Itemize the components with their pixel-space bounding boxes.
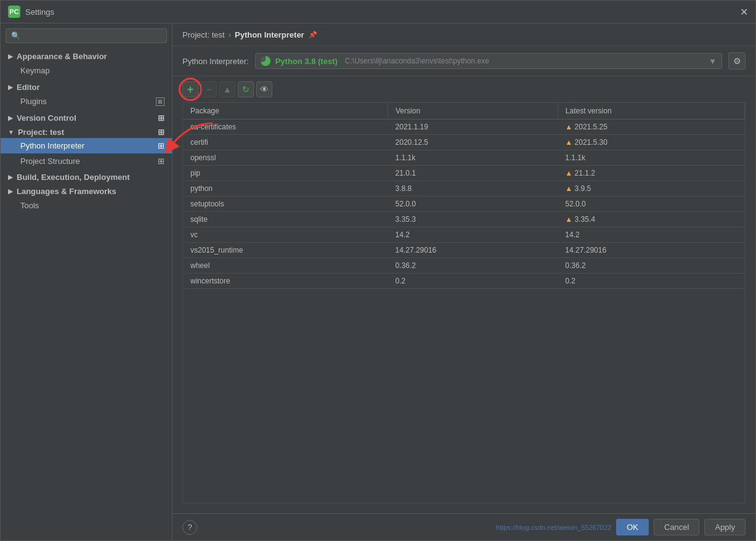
- add-button-wrapper: +: [182, 81, 198, 97]
- pin-icon: 📌: [308, 30, 318, 39]
- table-row[interactable]: ca-certificates2021.1.19▲ 2021.5.25: [183, 120, 745, 135]
- package-name: vs2015_runtime: [183, 243, 388, 258]
- interpreter-path: C:\Users\llj\anaconda3\envs\test\python.…: [345, 57, 489, 65]
- title-bar-left: PC Settings: [8, 6, 54, 18]
- close-button[interactable]: ✕: [740, 6, 748, 18]
- package-latest-version: 52.0.0: [558, 197, 744, 212]
- sidebar-item-appearance-label: Appearance & Behavior: [17, 52, 107, 61]
- table-row[interactable]: pip21.0.1▲ 21.1.2: [183, 166, 745, 181]
- package-version: 52.0.0: [388, 197, 558, 212]
- sidebar-item-version-control[interactable]: ▶ Version Control ⊞: [1, 110, 172, 124]
- sidebar-item-build-label: Build, Execution, Deployment: [17, 173, 129, 182]
- package-latest-version: 0.2: [558, 274, 744, 289]
- sidebar-item-plugins-label: Plugins: [20, 97, 47, 106]
- package-version: 14.27.29016: [388, 243, 558, 258]
- up-button[interactable]: ▲: [219, 81, 235, 97]
- settings-window: PC Settings ✕ 🔍 ▶ Appearance & Behavior …: [0, 0, 756, 541]
- remove-package-button[interactable]: −: [201, 81, 217, 97]
- package-name: setuptools: [183, 197, 388, 212]
- project-icon: ⊞: [158, 128, 165, 137]
- sidebar-item-tools-label: Tools: [20, 201, 39, 210]
- sidebar-project-structure-label: Project Structure: [20, 157, 80, 166]
- sidebar-item-python-interpreter[interactable]: Python Interpreter ⊞: [1, 138, 172, 153]
- upgrade-arrow-icon: ▲: [565, 123, 572, 131]
- package-name: sqlite: [183, 212, 388, 227]
- interpreter-label: Python Interpreter:: [182, 57, 249, 66]
- column-package: Package: [183, 103, 388, 120]
- app-icon: PC: [8, 6, 20, 18]
- table-row[interactable]: python3.8.8▲ 3.9.5: [183, 181, 745, 197]
- packages-list: Package Version Latest version ca-certif…: [183, 103, 745, 289]
- sidebar-item-keymap-label: Keymap: [20, 66, 50, 75]
- sidebar: 🔍 ▶ Appearance & Behavior Keymap ▶ Edito…: [1, 23, 173, 540]
- package-latest-version: 14.2: [558, 227, 744, 243]
- table-row[interactable]: certifi2020.12.5▲ 2021.5.30: [183, 135, 745, 150]
- package-name: certifi: [183, 135, 388, 150]
- toolbar: + − ▲ ↻ 👁: [173, 76, 755, 102]
- package-version: 3.8.8: [388, 181, 558, 197]
- table-row[interactable]: openssl1.1.1k1.1.1k: [183, 150, 745, 166]
- interpreter-row: Python Interpreter: Python 3.8 (test) C:…: [173, 46, 755, 76]
- package-latest-version: ▲ 3.9.5: [558, 181, 744, 197]
- package-version: 3.35.3: [388, 212, 558, 227]
- sidebar-item-appearance[interactable]: ▶ Appearance & Behavior: [1, 48, 172, 62]
- table-row[interactable]: sqlite3.35.3▲ 3.35.4: [183, 212, 745, 227]
- cancel-button[interactable]: Cancel: [654, 519, 699, 535]
- refresh-button[interactable]: ↻: [238, 81, 254, 97]
- table-row[interactable]: vc14.214.2: [183, 227, 745, 243]
- package-version: 0.36.2: [388, 258, 558, 274]
- sidebar-item-editor[interactable]: ▶ Editor: [1, 79, 172, 93]
- sidebar-item-editor-label: Editor: [17, 83, 40, 92]
- package-latest-version: 1.1.1k: [558, 150, 744, 166]
- sidebar-item-tools[interactable]: Tools: [1, 197, 172, 214]
- search-input[interactable]: [23, 31, 161, 40]
- apply-button[interactable]: Apply: [704, 519, 746, 535]
- python-interpreter-icon: ⊞: [158, 141, 165, 150]
- package-name: openssl: [183, 150, 388, 166]
- table-row[interactable]: vs2015_runtime14.27.2901614.27.29016: [183, 243, 745, 258]
- title-bar: PC Settings ✕: [1, 1, 755, 23]
- upgrade-arrow-icon: ▲: [565, 215, 572, 224]
- package-version: 0.2: [388, 274, 558, 289]
- sidebar-item-build[interactable]: ▶ Build, Execution, Deployment: [1, 169, 172, 183]
- plugins-icon: ⊞: [156, 97, 165, 106]
- main-panel: Project: test › Python Interpreter 📌 Pyt…: [173, 23, 755, 540]
- search-box[interactable]: 🔍: [6, 28, 167, 43]
- table-row[interactable]: setuptools52.0.052.0.0: [183, 197, 745, 212]
- eye-button[interactable]: 👁: [256, 81, 272, 97]
- sidebar-item-project-structure[interactable]: Project Structure ⊞: [1, 153, 172, 169]
- package-name: python: [183, 181, 388, 197]
- package-latest-version: ▲ 2021.5.30: [558, 135, 744, 150]
- ok-button[interactable]: OK: [616, 519, 649, 535]
- sidebar-item-project[interactable]: ▼ Project: test ⊞: [1, 124, 172, 138]
- sidebar-item-languages-label: Languages & Frameworks: [17, 187, 116, 196]
- sidebar-item-plugins[interactable]: Plugins ⊞: [1, 93, 172, 110]
- interpreter-name: Python 3.8 (test): [275, 57, 338, 66]
- help-button[interactable]: ?: [182, 520, 197, 535]
- package-latest-version: ▲ 21.1.2: [558, 166, 744, 181]
- package-version: 2021.1.19: [388, 120, 558, 135]
- bottom-bar: ? https://blog.csdn.net/weixin_55267022 …: [173, 513, 755, 540]
- breadcrumb-separator: ›: [229, 30, 231, 39]
- chevron-down-icon: ▼: [709, 57, 717, 66]
- table-row[interactable]: wincertstore0.20.2: [183, 274, 745, 289]
- interpreter-icon: [261, 56, 270, 66]
- upgrade-arrow-icon: ▲: [565, 184, 572, 193]
- main-content: 🔍 ▶ Appearance & Behavior Keymap ▶ Edito…: [1, 23, 755, 540]
- package-name: pip: [183, 166, 388, 181]
- chevron-right-icon-vc: ▶: [8, 115, 13, 121]
- chevron-right-icon-build: ▶: [8, 174, 13, 181]
- breadcrumb: Project: test › Python Interpreter 📌: [173, 23, 755, 46]
- table-row[interactable]: wheel0.36.20.36.2: [183, 258, 745, 274]
- sidebar-item-languages[interactable]: ▶ Languages & Frameworks: [1, 183, 172, 197]
- interpreter-select[interactable]: Python 3.8 (test) C:\Users\llj\anaconda3…: [255, 53, 722, 69]
- package-name: wheel: [183, 258, 388, 274]
- chevron-right-icon-lang: ▶: [8, 188, 13, 195]
- add-package-button[interactable]: +: [182, 81, 198, 97]
- package-name: wincertstore: [183, 274, 388, 289]
- interpreter-settings-button[interactable]: ⚙: [728, 52, 746, 70]
- package-latest-version: 0.36.2: [558, 258, 744, 274]
- package-latest-version: ▲ 3.35.4: [558, 212, 744, 227]
- package-version: 21.0.1: [388, 166, 558, 181]
- sidebar-item-keymap[interactable]: Keymap: [1, 62, 172, 79]
